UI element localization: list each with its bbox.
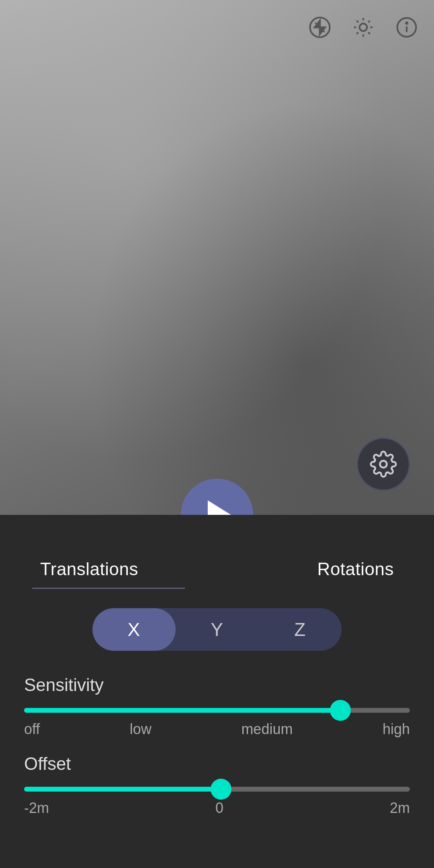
sensitivity-label-low: low	[130, 721, 151, 738]
sensitivity-slider-track[interactable]	[24, 708, 410, 713]
tab-translations[interactable]: Translations	[32, 559, 146, 579]
flash-icon[interactable]	[305, 13, 334, 42]
tab-bar: Translations Rotations	[0, 515, 434, 589]
sensitivity-label-medium: medium	[241, 721, 293, 738]
brightness-icon[interactable]	[349, 13, 378, 42]
offset-label-neg2m: -2m	[24, 800, 49, 817]
axis-y-button[interactable]: Y	[176, 608, 259, 651]
offset-label-2m: 2m	[390, 800, 410, 817]
offset-section: Offset -2m 0 2m	[0, 754, 434, 817]
sensitivity-slider-fill	[24, 708, 340, 713]
sensitivity-slider-thumb[interactable]	[330, 700, 351, 721]
offset-slider-container: -2m 0 2m	[0, 787, 434, 817]
offset-label: Offset	[0, 754, 434, 774]
axis-z-button[interactable]: Z	[258, 608, 342, 651]
axis-x-button[interactable]: X	[92, 608, 176, 651]
svg-line-11	[368, 21, 370, 23]
tab-indicator	[32, 588, 185, 589]
sensitivity-label-off: off	[24, 721, 40, 738]
offset-slider-track[interactable]	[24, 787, 410, 792]
tab-rotations[interactable]: Rotations	[309, 559, 402, 579]
axis-selector: X Y Z	[92, 608, 342, 651]
top-toolbar	[305, 13, 421, 42]
svg-line-10	[357, 33, 358, 34]
sensitivity-label-high: high	[383, 721, 410, 738]
svg-line-9	[368, 33, 370, 34]
svg-point-15	[380, 461, 387, 468]
bottom-panel: Translations Rotations X Y Z Sensitivity…	[0, 515, 434, 868]
settings-button[interactable]	[357, 438, 410, 491]
offset-slider-labels: -2m 0 2m	[24, 800, 410, 817]
info-icon[interactable]	[392, 13, 421, 42]
svg-point-14	[406, 23, 407, 24]
sensitivity-slider-labels: off low medium high	[24, 721, 410, 738]
camera-viewfinder	[0, 0, 434, 515]
svg-line-8	[357, 21, 358, 23]
svg-point-3	[360, 24, 367, 31]
offset-slider-thumb[interactable]	[211, 779, 231, 800]
sensitivity-slider-container: off low medium high	[0, 708, 434, 738]
play-button[interactable]	[181, 479, 253, 515]
offset-label-0: 0	[215, 800, 223, 817]
offset-slider-fill	[24, 787, 221, 792]
sensitivity-label: Sensitivity	[0, 675, 434, 695]
